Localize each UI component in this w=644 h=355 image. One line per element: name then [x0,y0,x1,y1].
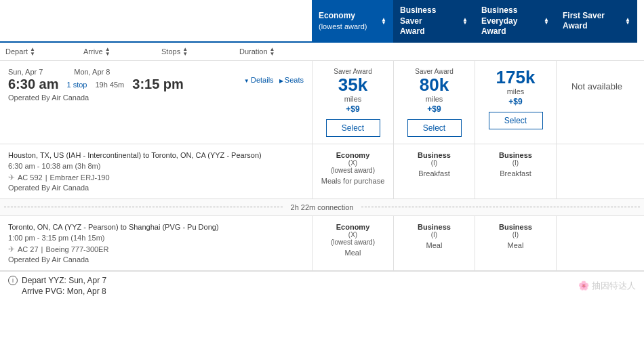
business-saver-award-cell: Saver Award 80k miles +$9 Select [393,61,475,144]
business-everyday-award-cell: 175k miles +$9 Select [475,61,556,144]
business-everyday-select-button[interactable]: Select [489,112,543,129]
segment1-first-saver-cell [556,144,637,199]
s2-be-cabin: Business [481,223,550,231]
s1-economy-code: (X) [318,159,388,167]
segment2-flight-num: AC 27 [18,245,39,253]
connection-row: 2h 22m connection [0,199,644,216]
business-everyday-miles-unit: miles [481,87,550,96]
col-header-business-saver: Business Saver Award ▲▼ [393,0,475,43]
flight-time-row: 6:30 am 1 stop 19h 45m 3:15 pm [8,77,244,92]
s1-bs-cabin: Business [399,151,469,159]
footer-depart-row: i Depart YYZ: Sun, Apr 7 [8,276,106,285]
s1-economy-sublabel: (lowest award) [318,167,388,174]
segment1-left: Houston, TX, US (IAH - Intercontinental)… [0,144,312,199]
watermark: 🌸 抽因特达人 [578,280,636,292]
s1-be-cabin: Business [481,151,550,159]
arrive-header[interactable]: Arrive ▲▼ [78,43,156,60]
subheader-left: Depart ▲▼ Arrive ▲▼ Stops ▲▼ Duration ▲▼ [0,43,312,60]
business-saver-miles: 80k [420,75,449,95]
s1-economy-meal: Meals for purchase [318,177,388,185]
segment1-business-everyday-cell: Business (I) Breakfast [475,144,556,199]
business-saver-sort-icon[interactable]: ▲▼ [462,18,468,25]
business-everyday-sort-icon[interactable]: ▲▼ [544,18,549,25]
economy-sort-icon[interactable]: ▲▼ [381,18,386,25]
segment2-times: 1:00 pm - 3:15 pm (14h 15m) [8,234,304,242]
segment1-flight-num: AC 592 [18,173,43,182]
business-everyday-miles-row: 175k [481,68,550,87]
flight-info: Sun, Apr 7 Mon, Apr 8 6:30 am 1 stop 19h… [0,61,312,144]
business-everyday-fee: +$9 [481,97,550,106]
subheader-right-spacer [312,43,637,60]
s1-be-meal: Breakfast [481,169,550,178]
flight-links: Details Seats [244,76,304,84]
operated-by: Operated By Air Canada [8,93,304,102]
footer-arrive-row: Arrive PVG: Mon, Apr 8 [22,287,106,296]
s1-economy-cabin: Economy [318,151,388,159]
connection-line-right [361,207,640,207]
economy-select-container: Select [318,115,388,137]
segment1-times: 6:30 am - 10:38 am (3h 8m) [8,162,304,170]
connection-text: 2h 22m connection [283,203,362,211]
economy-miles: 35k [338,75,367,95]
info-icon: i [8,276,18,285]
segment2-details: Toronto, ON, CA (YYZ - Pearson) to Shang… [0,216,644,271]
first-saver-sort-icon[interactable]: ▲▼ [625,18,630,25]
segment2-business-everyday-cell: Business (I) Meal [475,216,556,270]
economy-select-button[interactable]: Select [326,119,380,137]
header-row: Economy (lowest award) ▲▼ Business Saver… [0,0,644,43]
business-saver-miles-unit: miles [399,95,469,103]
s1-be-code: (I) [481,159,550,167]
segment1-business-saver-cell: Business (I) Breakfast [393,144,475,199]
duration-header[interactable]: Duration ▲▼ [234,43,312,60]
flight-main-row: Sun, Apr 7 Mon, Apr 8 6:30 am 1 stop 19h… [0,61,644,144]
col-header-business-everyday: Business Everyday Award ▲▼ [475,0,556,43]
economy-miles-unit: miles [318,95,388,103]
segment2-business-saver-cell: Business (I) Meal [393,216,475,270]
footer-arrive-text: Arrive PVG: Mon, Apr 8 [22,287,106,296]
business-saver-select-button[interactable]: Select [407,119,462,137]
segment2-route: Toronto, ON, CA (YYZ - Pearson) to Shang… [8,223,304,231]
header-empty [0,0,312,43]
depart-header[interactable]: Depart ▲▼ [0,43,78,60]
arrive-time: 3:15 pm [132,77,184,92]
segment1-economy-cell: Economy (X) (lowest award) Meals for pur… [312,144,393,199]
s2-economy-sublabel: (lowest award) [318,238,388,246]
s2-be-code: (I) [481,231,550,238]
economy-header-text: Economy (lowest award) [319,11,367,31]
segment1-operated-by: Operated By Air Canada [8,184,304,192]
segment1-aircraft: Embraer ERJ-190 [50,173,110,182]
business-saver-fee: +$9 [399,104,469,114]
first-saver-award-cell: Not available [556,61,637,144]
economy-fee: +$9 [318,104,388,114]
segment1-plane: ✈ AC 592 | Embraer ERJ-190 [8,173,304,182]
business-saver-miles-row: 80k [399,75,469,95]
stops-header[interactable]: Stops ▲▼ [156,43,234,60]
s2-be-meal: Meal [481,241,550,249]
s2-bs-code: (I) [399,231,469,238]
connection-line-left [4,207,283,207]
economy-miles-row: 35k [318,75,388,95]
business-everyday-header-text: Business Everyday Award [481,5,542,37]
economy-award-cell: Saver Award 35k miles +$9 Select [312,61,393,144]
flight-times-row: Sun, Apr 7 Mon, Apr 8 6:30 am 1 stop 19h… [8,68,304,92]
plane-icon-1: ✈ [8,173,15,182]
segment2-aircraft: Boeing 777-300ER [45,245,108,253]
seats-link[interactable]: Seats [279,76,304,84]
segment2-economy-cell: Economy (X) (lowest award) Meal [312,216,393,270]
flight-dates: Sun, Apr 7 Mon, Apr 8 [8,68,244,76]
business-everyday-miles: 175k [496,68,536,87]
depart-time: 6:30 am [8,77,59,92]
segment2-first-saver-cell [556,216,637,270]
business-saver-header-text: Business Saver Award [400,5,460,37]
footer-depart-text: Depart YYZ: Sun, Apr 7 [22,276,106,285]
segment2-plane: ✈ AC 27 | Boeing 777-300ER [8,245,304,254]
flight-stops: 1 stop [67,81,87,89]
business-everyday-select-container: Select [481,108,550,129]
plane-icon-2: ✈ [8,245,15,254]
s1-bs-code: (I) [399,159,469,167]
details-link[interactable]: Details [244,76,274,84]
segment2-left: Toronto, ON, CA (YYZ - Pearson) to Shang… [0,216,312,270]
flight-duration: 19h 45m [95,81,124,89]
s2-economy-code: (X) [318,231,388,238]
s2-economy-meal: Meal [318,249,388,257]
